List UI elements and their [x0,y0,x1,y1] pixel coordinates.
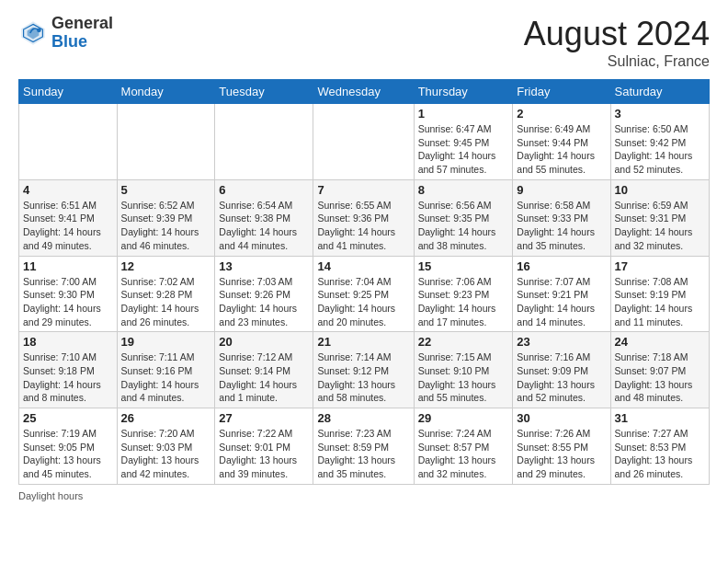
cell-info: Sunrise: 6:59 AMSunset: 9:31 PMDaylight:… [615,199,705,253]
cell-day-number: 20 [219,335,309,349]
header-row: SundayMondayTuesdayWednesdayThursdayFrid… [19,80,710,104]
cell-info: Sunrise: 7:20 AMSunset: 9:03 PMDaylight:… [121,427,211,481]
calendar-cell: 31Sunrise: 7:27 AMSunset: 8:53 PMDayligh… [610,408,709,485]
col-header-monday: Monday [117,80,215,104]
cell-day-number: 1 [418,107,509,121]
cell-info: Sunrise: 7:19 AMSunset: 9:05 PMDaylight:… [23,427,113,481]
calendar-cell: 3Sunrise: 6:50 AMSunset: 9:42 PMDaylight… [610,104,709,180]
cell-day-number: 28 [317,411,409,425]
cell-info: Sunrise: 6:58 AMSunset: 9:33 PMDaylight:… [517,199,606,253]
cell-day-number: 18 [23,335,113,349]
calendar-cell: 9Sunrise: 6:58 AMSunset: 9:33 PMDaylight… [513,179,610,256]
cell-day-number: 30 [517,411,606,425]
logo: General Blue [18,15,113,52]
week-row-2: 4Sunrise: 6:51 AMSunset: 9:41 PMDaylight… [19,179,710,256]
calendar-cell: 10Sunrise: 6:59 AMSunset: 9:31 PMDayligh… [610,179,709,256]
calendar-cell: 2Sunrise: 6:49 AMSunset: 9:44 PMDaylight… [513,104,610,180]
cell-info: Sunrise: 7:04 AMSunset: 9:25 PMDaylight:… [317,275,409,329]
calendar-cell: 7Sunrise: 6:55 AMSunset: 9:36 PMDaylight… [313,179,414,256]
calendar-cell: 14Sunrise: 7:04 AMSunset: 9:25 PMDayligh… [313,256,414,332]
cell-info: Sunrise: 6:56 AMSunset: 9:35 PMDaylight:… [418,199,509,253]
calendar-cell: 15Sunrise: 7:06 AMSunset: 9:23 PMDayligh… [414,256,513,332]
calendar-cell: 30Sunrise: 7:26 AMSunset: 8:55 PMDayligh… [513,408,610,485]
cell-day-number: 11 [23,259,113,273]
cell-day-number: 6 [219,183,309,197]
svg-point-3 [37,28,41,32]
calendar-cell: 18Sunrise: 7:10 AMSunset: 9:18 PMDayligh… [19,332,118,408]
cell-day-number: 3 [615,107,705,121]
cell-info: Sunrise: 7:12 AMSunset: 9:14 PMDaylight:… [219,350,309,405]
col-header-sunday: Sunday [19,80,118,104]
calendar-body: 1Sunrise: 6:47 AMSunset: 9:45 PMDaylight… [19,104,710,485]
calendar-cell: 29Sunrise: 7:24 AMSunset: 8:57 PMDayligh… [414,408,513,485]
calendar-cell: 26Sunrise: 7:20 AMSunset: 9:03 PMDayligh… [117,408,215,485]
cell-day-number: 16 [517,259,606,273]
calendar-cell: 8Sunrise: 6:56 AMSunset: 9:35 PMDaylight… [414,179,513,256]
cell-info: Sunrise: 6:55 AMSunset: 9:36 PMDaylight:… [317,199,409,253]
cell-day-number: 8 [418,183,509,197]
cell-info: Sunrise: 7:24 AMSunset: 8:57 PMDaylight:… [418,427,509,481]
cell-info: Sunrise: 7:10 AMSunset: 9:18 PMDaylight:… [23,350,113,405]
calendar-cell: 19Sunrise: 7:11 AMSunset: 9:16 PMDayligh… [117,332,215,408]
cell-info: Sunrise: 6:51 AMSunset: 9:41 PMDaylight:… [23,199,113,253]
cell-day-number: 29 [418,411,509,425]
cell-day-number: 19 [121,335,211,349]
cell-day-number: 24 [615,335,705,349]
week-row-1: 1Sunrise: 6:47 AMSunset: 9:45 PMDaylight… [19,104,710,180]
cell-day-number: 31 [615,411,705,425]
week-row-5: 25Sunrise: 7:19 AMSunset: 9:05 PMDayligh… [19,408,710,485]
cell-day-number: 12 [121,259,211,273]
title-block: August 2024 Sulniac, France [524,15,710,70]
cell-day-number: 2 [517,107,606,121]
cell-day-number: 4 [23,183,113,197]
cell-info: Sunrise: 7:14 AMSunset: 9:12 PMDaylight:… [317,350,409,405]
cell-info: Sunrise: 7:27 AMSunset: 8:53 PMDaylight:… [615,427,705,481]
cell-info: Sunrise: 7:22 AMSunset: 9:01 PMDaylight:… [219,427,309,481]
calendar-cell: 5Sunrise: 6:52 AMSunset: 9:39 PMDaylight… [117,179,215,256]
cell-day-number: 25 [23,411,113,425]
col-header-thursday: Thursday [414,80,513,104]
daylight-hours-label: Daylight hours [18,490,83,501]
calendar-cell: 28Sunrise: 7:23 AMSunset: 8:59 PMDayligh… [313,408,414,485]
week-row-3: 11Sunrise: 7:00 AMSunset: 9:30 PMDayligh… [19,256,710,332]
cell-info: Sunrise: 7:26 AMSunset: 8:55 PMDaylight:… [517,427,606,481]
calendar-cell [19,104,118,180]
calendar-cell: 25Sunrise: 7:19 AMSunset: 9:05 PMDayligh… [19,408,118,485]
cell-day-number: 22 [418,335,509,349]
logo-general: General [51,15,113,33]
cell-day-number: 10 [615,183,705,197]
cell-day-number: 27 [219,411,309,425]
cell-info: Sunrise: 7:16 AMSunset: 9:09 PMDaylight:… [517,350,606,405]
cell-day-number: 15 [418,259,509,273]
cell-day-number: 13 [219,259,309,273]
calendar-header: SundayMondayTuesdayWednesdayThursdayFrid… [19,80,710,104]
cell-info: Sunrise: 7:15 AMSunset: 9:10 PMDaylight:… [418,350,509,405]
week-row-4: 18Sunrise: 7:10 AMSunset: 9:18 PMDayligh… [19,332,710,408]
calendar-cell: 11Sunrise: 7:00 AMSunset: 9:30 PMDayligh… [19,256,118,332]
header: General Blue August 2024 Sulniac, France [18,15,710,70]
calendar-cell: 6Sunrise: 6:54 AMSunset: 9:38 PMDaylight… [215,179,313,256]
logo-blue: Blue [51,33,113,52]
calendar-cell: 17Sunrise: 7:08 AMSunset: 9:19 PMDayligh… [610,256,709,332]
cell-day-number: 7 [317,183,409,197]
month-year: August 2024 [524,15,710,53]
cell-info: Sunrise: 7:11 AMSunset: 9:16 PMDaylight:… [121,350,211,405]
logo-icon [18,18,48,48]
calendar-cell: 13Sunrise: 7:03 AMSunset: 9:26 PMDayligh… [215,256,313,332]
calendar-cell: 20Sunrise: 7:12 AMSunset: 9:14 PMDayligh… [215,332,313,408]
calendar-cell: 16Sunrise: 7:07 AMSunset: 9:21 PMDayligh… [513,256,610,332]
cell-info: Sunrise: 7:03 AMSunset: 9:26 PMDaylight:… [219,275,309,329]
cell-day-number: 17 [615,259,705,273]
cell-day-number: 26 [121,411,211,425]
calendar-cell [313,104,414,180]
calendar-cell: 23Sunrise: 7:16 AMSunset: 9:09 PMDayligh… [513,332,610,408]
cell-info: Sunrise: 6:50 AMSunset: 9:42 PMDaylight:… [615,122,705,177]
col-header-friday: Friday [513,80,610,104]
cell-info: Sunrise: 6:52 AMSunset: 9:39 PMDaylight:… [121,199,211,253]
page: General Blue August 2024 Sulniac, France… [0,0,728,563]
cell-info: Sunrise: 7:23 AMSunset: 8:59 PMDaylight:… [317,427,409,481]
col-header-wednesday: Wednesday [313,80,414,104]
cell-day-number: 5 [121,183,211,197]
cell-info: Sunrise: 7:08 AMSunset: 9:19 PMDaylight:… [615,275,705,329]
calendar-cell: 12Sunrise: 7:02 AMSunset: 9:28 PMDayligh… [117,256,215,332]
